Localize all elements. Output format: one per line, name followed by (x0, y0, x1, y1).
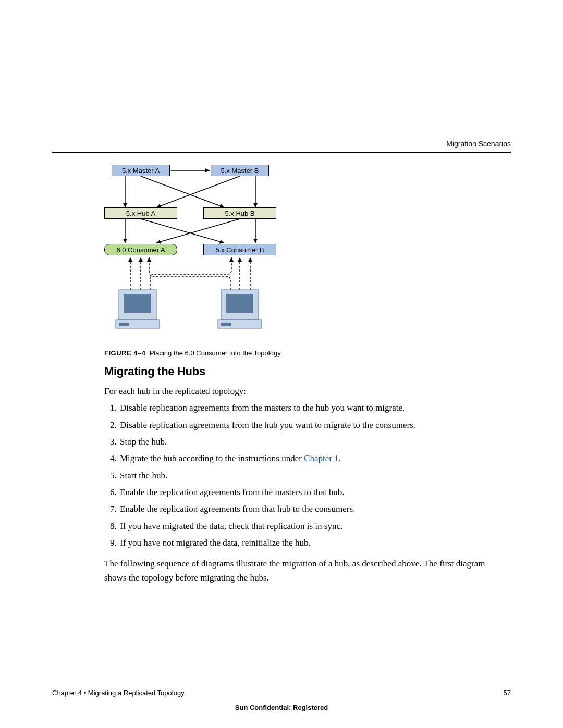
footer-confidential: Sun Confidential: Registered (0, 704, 563, 711)
intro-text: For each hub in the replicated topology: (104, 385, 506, 398)
node-master-b: 5.x Master B (211, 165, 269, 176)
node-master-a: 5.x Master A (112, 165, 170, 176)
body-text: For each hub in the replicated topology:… (104, 385, 506, 585)
steps-list: Disable replication agreements from the … (104, 401, 506, 550)
step-5: Start the hub. (119, 469, 506, 483)
step-9: If you have not migrated the data, reini… (119, 536, 506, 550)
figure-label: FIGURE 4–4 (104, 349, 145, 357)
figure-caption-text: Placing the 6.0 Consumer Into the Topolo… (150, 349, 281, 357)
svg-rect-16 (119, 323, 129, 326)
svg-rect-20 (221, 323, 231, 326)
svg-line-6 (141, 219, 224, 243)
step-7: Enable the replication agreements from t… (119, 502, 506, 516)
after-list-paragraph: The following sequence of diagrams illus… (104, 557, 506, 585)
step-1: Disable replication agreements from the … (119, 401, 506, 415)
page-number: 57 (504, 689, 511, 697)
chapter-1-link[interactable]: Chapter 1 (304, 453, 339, 463)
svg-rect-18 (226, 294, 253, 313)
running-header: Migration Scenarios (446, 140, 511, 148)
node-hub-b: 5.x Hub B (203, 207, 276, 219)
svg-line-4 (156, 176, 240, 207)
header-rule (52, 152, 511, 153)
node-consumer-b: 5.x Consumer B (203, 244, 276, 255)
section-heading: Migrating the Hubs (104, 365, 205, 378)
figure-caption: FIGURE 4–4 Placing the 6.0 Consumer Into… (104, 349, 281, 357)
svg-line-8 (156, 219, 240, 243)
step-3: Stop the hub. (119, 435, 506, 449)
step-8: If you have migrated the data, check tha… (119, 520, 506, 533)
step-2: Disable replication agreements from the … (119, 418, 506, 432)
svg-line-2 (141, 176, 224, 207)
footer-chapter: Chapter 4 • Migrating a Replicated Topol… (52, 689, 185, 697)
step-4-text: Migrate the hub according to the instruc… (120, 453, 304, 463)
step-4: Migrate the hub according to the instruc… (119, 452, 506, 465)
node-hub-a: 5.x Hub A (104, 207, 177, 219)
step-6: Enable the replication agreements from t… (119, 486, 506, 499)
topology-diagram: 5.x Master A 5.x Master B 5.x Hub A 5.x … (104, 165, 282, 339)
svg-rect-14 (124, 294, 151, 313)
node-consumer-a: 6.0 Consumer A (104, 244, 177, 255)
